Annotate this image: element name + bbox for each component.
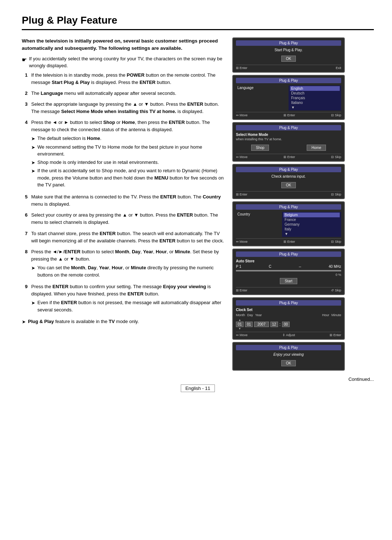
step-7: 7 To start channel store, press the ENTE… [22,230,225,245]
step-8-sub-1: ➤ You can set the Month, Day, Year, Hour… [31,264,225,278]
step-9-sub-1: ➤ Even if the ENTER button is not presse… [31,299,225,313]
step-number-8: 8 [22,248,28,279]
note-icon: ☛ [22,56,27,64]
tv-panel-3-title: Plug & Play [236,125,341,130]
tv-panel-6-footer-skip: ↺ Skip [331,289,341,292]
tv-panel-1: Plug & Play Start Plug & Play. OK ⊞ Ente… [232,37,345,73]
step-content-7: To start channel store, press the ENTER … [31,230,225,245]
tv-panel-8-body: Enjoy your viewing OK [236,352,341,368]
tv-panel-3-footer-enter: ⊞ Enter [283,155,295,159]
step-content-1: If the television is in standby mode, pr… [31,72,225,86]
tv-panel-3-heading: Select Home Mode [236,133,341,137]
content-wrapper: When the television is initially powered… [22,37,374,371]
page-title: Plug & Play Feature [22,15,374,30]
tv-panel-6-center: Start [236,277,341,286]
note-item: ☛ If you accidentally select the wrong c… [22,55,225,69]
tv-auto-dash: -- [299,265,301,269]
tv-panel-6: Plug & Play Auto Store P 1 C -- 40 MHz 0… [232,249,345,295]
step-4-sub-text-2: We recommend setting the TV to Home mode… [37,144,225,158]
step-2: 2 The Language menu will automatically a… [22,90,225,97]
tv-panel-4-ok-btn: OK [281,182,296,188]
tv-panel-3-buttons: Shop Home [236,143,341,152]
tv-clock-heading: Clock Set [236,308,341,312]
tv-panel-4-footer: ⊞ Enter ⊟ Skip [236,191,341,196]
step-4-sublist: ➤ The default selection is Home. ➤ We re… [31,135,225,189]
arrow-icon-3: ➤ [31,159,35,166]
arrow-icon-9: ➤ [31,299,35,307]
tv-panel-2-footer-move: ⇔ Move [236,113,248,117]
step-number-4: 4 [22,119,28,190]
tv-panel-5-footer: ⇔ Move ⊞ Enter ⊟ Skip [236,238,341,243]
enter-icon-1: ⊞ [236,66,239,70]
tv-clock-labels-row: Month Day Year Hour Minute [236,313,341,317]
tv-panel-7-footer-move: ⇔ Move [236,333,248,337]
step-5: 5 Make sure that the antenna is connecte… [22,193,225,208]
step-4-sub-text-1: The default selection is Home. [37,135,101,142]
arrow-icon-8: ➤ [31,265,35,272]
tv-panel-2-title: Plug & Play [236,78,341,83]
tv-panel-4: Plug & Play Check antenna input. OK ⊞ En… [232,164,345,199]
tv-lang-opt-1: Deutsch [290,91,340,96]
right-column: Plug & Play Start Plug & Play. OK ⊞ Ente… [232,37,345,371]
tv-auto-store-label: Auto Store [236,259,341,263]
step-content-4: Press the ◄ or ► button to select Shop o… [31,119,225,190]
tv-panel-4-title: Plug & Play [236,167,341,172]
step-4-sub-1: ➤ The default selection is Home. [31,135,225,142]
tv-panel-3-shop-btn: Shop [251,145,269,151]
tv-clock-month-label: Month [236,313,245,317]
arrow-icon-2: ➤ [31,144,35,151]
tv-panel-3-footer-skip: ⊟ Skip [331,155,341,159]
tv-panel-5-footer-skip: ⊟ Skip [331,240,341,243]
tv-panel-7-footer-adjust: ⇕ Adjust [282,333,295,337]
footer-lang-badge: English - 11 [181,384,215,392]
step-number-9: 9 [22,283,28,314]
tv-panel-6-footer-enter: ⊞ Enter [236,289,248,292]
tv-panel-2: Plug & Play Language English Deutsch Fra… [232,75,345,120]
step-8-sublist: ➤ You can set the Month, Day, Year, Hour… [31,264,225,278]
step-8-sub-text-1: You can set the Month, Day, Year, Hour, … [37,264,225,278]
tv-auto-pct: 0 % [236,273,341,277]
tv-panel-6-title: Plug & Play [236,251,341,257]
tv-panel-8-ok-btn: OK [281,360,296,366]
tv-panel-6-footer: ⊞ Enter ↺ Skip [236,287,341,292]
step-4-sub-2: ➤ We recommend setting the TV to Home mo… [31,144,225,158]
tv-clock-month-val: 01 [236,322,244,327]
tv-panel-4-footer-skip: ⊟ Skip [331,193,341,196]
step-number-6: 6 [22,211,28,226]
tv-panel-4-footer-enter: ⊞ Enter [236,193,248,196]
feature-note-arrow: ➤ [22,319,26,325]
tv-panel-1-footer: ⊞ Enter Exit [236,65,341,70]
tv-clock-values-row: ▲ 01 ▼ 01 2007 12 : 00 [236,318,341,330]
step-content-9: Press the ENTER button to confirm your s… [31,283,225,314]
step-number-1: 1 [22,72,28,86]
step-number-2: 2 [22,90,28,97]
tv-clock-minute-val: 00 [282,322,290,327]
tv-panel-3-footer-move: ⇔ Move [236,155,248,159]
step-9: 9 Press the ENTER button to confirm your… [22,283,225,314]
tv-country-table: Country Belgium France Germany Italy ▼ [236,212,341,237]
tv-country-opt-arrow: ▼ [283,231,340,236]
tv-clock-colon: : [279,322,281,327]
tv-panel-2-footer-skip: ⊟ Skip [331,113,341,117]
tv-country-label: Country [236,212,282,237]
tv-panel-5-footer-move: ⇔ Move [236,240,248,243]
tv-lang-label: Language [236,85,289,110]
step-number-7: 7 [22,230,28,245]
tv-panel-1-ok-btn: OK [281,56,296,62]
tv-clock-year-label: Year [255,313,320,317]
feature-note: ➤ Plug & Play feature is available in th… [22,319,225,325]
step-3: 3 Select the appropriate language by pre… [22,101,225,115]
tv-country-opt-3: Italy [283,227,340,231]
tv-lang-opt-arrow: ▼ [290,105,340,110]
tv-lang-options: English Deutsch Français Italiano ▼ [289,85,341,110]
step-content-8: Press the ◄/►/ENTER button to select Mon… [31,248,225,279]
tv-auto-c: C [269,265,271,269]
tv-lang-selected: English [290,86,340,91]
tv-auto-mhz: 40 MHz [329,265,341,269]
tv-clock-day-label: Day [247,313,253,317]
tv-panel-7: Plug & Play Clock Set Month Day Year Hou… [232,297,345,340]
note-text: If you accidentally select the wrong cou… [29,55,225,69]
tv-panel-1-body: Start Plug & Play. OK [236,48,341,63]
tv-auto-p: P 1 [236,265,241,269]
tv-lang-table: Language English Deutsch Français Italia… [236,85,341,110]
